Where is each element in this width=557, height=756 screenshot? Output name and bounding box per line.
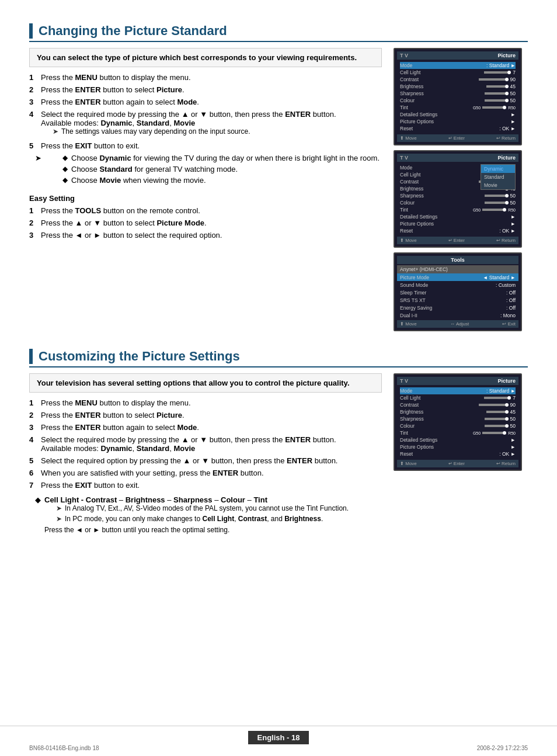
- row-label: Mode: [400, 388, 412, 394]
- step-item: 2 Press the ▲ or ▼ button to select Pict…: [29, 219, 382, 227]
- tv-row: Colour 50: [400, 97, 516, 104]
- tools-sub-header: Anynet+ (HDMI-CEC): [397, 265, 518, 273]
- tools-row: Picture Mode ◄ Standard ►: [397, 273, 518, 281]
- section-customizing-picture: Customizing the Picture Settings Your te…: [29, 349, 528, 537]
- diamond-item: ◆ Choose Standard for general TV watchin…: [45, 165, 380, 174]
- step-item: 5 Select the required option by pressing…: [29, 456, 382, 465]
- section1-screens: T V Picture Mode : Standard ► Cell Light: [394, 48, 528, 331]
- note-arrow: ➤: [56, 515, 62, 523]
- row-label: Tint: [400, 207, 408, 213]
- section2-screens: T V Picture Mode : Standard ► Cell Light: [394, 373, 528, 537]
- step-num: 6: [29, 469, 41, 477]
- row-value: ►: [511, 112, 516, 117]
- step-num: 7: [29, 481, 41, 490]
- tv-row: Colour 50: [400, 422, 516, 429]
- tv-menu-title: Picture: [497, 378, 516, 384]
- diamond-sym: ◆: [62, 154, 68, 162]
- tv-row: Mode : Standard ►: [400, 62, 516, 69]
- diamond-item: ◆ Choose Movie when viewing the movie.: [45, 176, 380, 185]
- section1-title-text: Changing the Picture Standard: [39, 23, 227, 39]
- diamond-item: ◆ Choose Dynamic for viewing the TV duri…: [45, 154, 380, 162]
- step-text: Press the ENTER button again to select M…: [41, 98, 382, 106]
- tv-menu-title: Picture: [497, 53, 516, 58]
- tv-menu-title: Picture: [497, 155, 516, 161]
- note-arrow: ➤: [53, 127, 58, 136]
- tv-row: Tint G50 R50: [400, 104, 516, 111]
- step-num: 4: [29, 110, 41, 119]
- section2-title-text: Customizing the Picture Settings: [39, 349, 240, 364]
- tools-row: Sound Mode : Custom: [397, 281, 518, 289]
- step-num: 1: [29, 73, 41, 82]
- diamond-text: Choose Standard for general TV watching …: [71, 165, 238, 174]
- row-label: Detailed Settings: [400, 214, 437, 220]
- row-value: : OK ►: [499, 451, 516, 457]
- tv-footer: ⬆ Move ↵ Enter ↩ Return: [397, 237, 518, 244]
- row-value: : OK ►: [499, 126, 516, 131]
- row-value: 50: [485, 193, 516, 199]
- step-num: 1: [29, 398, 41, 407]
- tools-row: SRS TS XT : Off: [397, 296, 518, 304]
- section1-steps: 1 Press the MENU button to display the m…: [29, 73, 382, 150]
- step-num: 2: [29, 219, 41, 227]
- row-value: 50: [485, 91, 516, 96]
- arrow-sym: ➤: [35, 154, 41, 162]
- row-label: Sharpness: [400, 91, 424, 96]
- tv-label: T V: [400, 53, 408, 58]
- cell-light-content: Cell Light - Contrast – Brightness – Sha…: [44, 495, 349, 534]
- footer-return: ↩ Return: [496, 461, 516, 466]
- tv-row: Sharpness 50: [400, 192, 516, 199]
- page: Changing the Picture Standard You can se…: [0, 0, 557, 756]
- tv-header: T V Picture: [397, 154, 518, 162]
- step-text: Select the required mode by pressing the…: [41, 435, 382, 453]
- tools-value: : Off: [506, 297, 516, 303]
- section1-highlight: You can select the type of picture which…: [29, 48, 382, 67]
- row-value: ►: [511, 214, 516, 220]
- step-item: 3 Press the ◄ or ► button to select the …: [29, 231, 382, 240]
- tools-value: : Custom: [496, 282, 516, 288]
- tv-footer: ⬆ Move ↵ Enter ↩ Return: [397, 460, 518, 467]
- step-text: Press the ◄ or ► button to select the re…: [41, 231, 382, 240]
- tools-label: Sound Mode: [400, 282, 428, 288]
- note-item: ➤ In PC mode, you can only make changes …: [44, 515, 349, 523]
- tv-screen-4: T V Picture Mode : Standard ► Cell Light: [394, 373, 522, 471]
- row-label: Mode: [400, 165, 412, 171]
- section1-text: You can select the type of picture which…: [29, 48, 382, 331]
- step-num: 2: [29, 85, 41, 94]
- tv-row: Detailed Settings ►: [400, 436, 516, 443]
- row-value: G50 R50: [473, 430, 516, 436]
- tv-header: T V Picture: [397, 377, 518, 385]
- tv-screen-1: T V Picture Mode : Standard ► Cell Light: [394, 48, 522, 145]
- page-footer: English - 18: [0, 726, 557, 744]
- row-value: 50: [485, 416, 516, 422]
- row-label: Colour: [400, 200, 415, 206]
- tv-row: Detailed Settings ►: [400, 213, 516, 220]
- press-note: Press the ◄ or ► button until you reach …: [44, 525, 349, 534]
- tv-row: Picture Options ►: [400, 220, 516, 227]
- step-text: Select the required option by pressing t…: [41, 456, 382, 465]
- doc-ref-right: 2008-2-29 17:22:35: [477, 745, 528, 751]
- tv-screen-2: T V Picture Mode Dynamic Standard Movie: [394, 150, 522, 248]
- section2-content: Your television has several setting opti…: [29, 373, 528, 537]
- row-value: 50: [485, 98, 516, 103]
- footer-enter: ↵ Enter: [448, 461, 465, 466]
- footer-return: ↩ Return: [496, 238, 516, 243]
- step-text: Press the ENTER button to select Picture…: [41, 85, 382, 94]
- footer-move: ⬆ Move: [400, 321, 417, 327]
- row-label: Reset: [400, 228, 413, 234]
- row-label: Cell Light: [400, 395, 420, 401]
- row-value: G50 R50: [473, 105, 516, 110]
- tools-row: Dual I-II : Mono: [397, 311, 518, 319]
- step-item: 2 Press the ENTER button to select Pictu…: [29, 411, 382, 419]
- dropdown-item-movie: Movie: [481, 181, 515, 189]
- note-arrow: ➤: [56, 504, 62, 512]
- note-text: In Analog TV, Ext., AV, S-Video modes of…: [65, 504, 349, 512]
- row-value: G50 R50: [473, 207, 516, 213]
- step-text: Press the ENTER button again to select M…: [41, 423, 382, 432]
- step-item: 1 Press the MENU button to display the m…: [29, 73, 382, 82]
- arrow-item: ➤ ◆ Choose Dynamic for viewing the TV du…: [29, 154, 382, 187]
- tv-row: Picture Options ►: [400, 118, 516, 125]
- tv-row: Colour 50: [400, 199, 516, 206]
- section-changing-picture: Changing the Picture Standard You can se…: [29, 23, 528, 331]
- tv-label: T V: [400, 155, 408, 161]
- section2-steps: 1 Press the MENU button to display the m…: [29, 398, 382, 490]
